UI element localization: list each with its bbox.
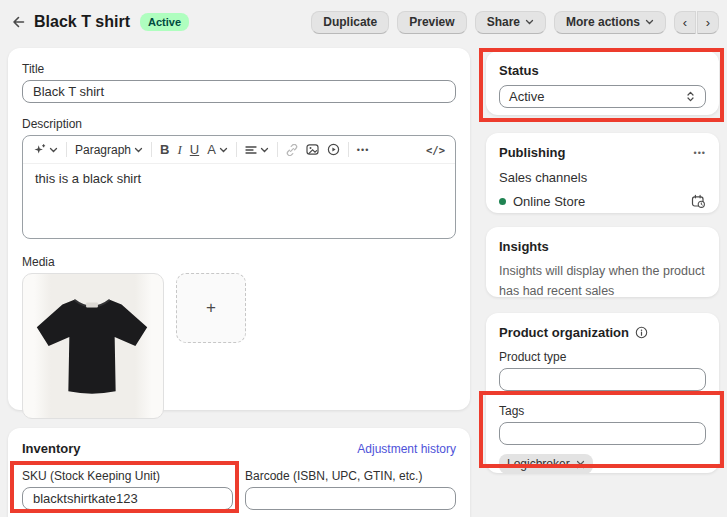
page-title: Black T shirt — [34, 13, 130, 31]
sales-channel-row: Online Store — [499, 194, 706, 209]
chevron-down-icon — [134, 147, 143, 153]
remove-tag-button[interactable] — [576, 460, 585, 469]
editor-toolbar: Paragraph B I U A — [23, 136, 455, 164]
tags-input[interactable] — [499, 422, 706, 445]
status-card: Status Active — [486, 51, 719, 115]
align-left-icon — [245, 144, 257, 156]
more-actions-button[interactable]: More actions — [554, 11, 666, 34]
organization-header: Product organization — [499, 325, 706, 340]
publishing-menu-button[interactable]: ••• — [694, 148, 706, 158]
tags-label: Tags — [499, 404, 706, 418]
paragraph-style-dropdown[interactable]: Paragraph — [75, 143, 143, 157]
magic-ai-button[interactable] — [33, 143, 58, 156]
next-product-button[interactable]: › — [697, 11, 719, 34]
sku-input[interactable] — [22, 487, 233, 510]
toolbar-divider — [277, 142, 278, 157]
barcode-field-label: Barcode (ISBN, UPC, GTIN, etc.) — [245, 469, 456, 483]
channel-active-dot — [499, 198, 506, 205]
product-details-card: Title Description Paragraph B I U A — [8, 48, 470, 410]
add-media-button[interactable]: + — [176, 273, 246, 343]
arrow-left-icon — [10, 14, 26, 30]
insert-image-button[interactable] — [306, 143, 319, 156]
chevron-down-icon — [645, 19, 654, 25]
sku-field-label: SKU (Stock Keeping Unit) — [22, 469, 233, 483]
underline-button[interactable]: U — [190, 142, 199, 157]
barcode-input[interactable] — [245, 487, 456, 510]
media-field-label: Media — [22, 255, 456, 269]
toolbar-divider — [348, 142, 349, 157]
organization-heading: Product organization — [499, 325, 629, 340]
rich-text-editor: Paragraph B I U A — [22, 135, 456, 239]
previous-product-button[interactable]: ‹ — [674, 11, 696, 34]
sku-field-group: SKU (Stock Keeping Unit) — [22, 469, 233, 510]
product-type-input[interactable] — [499, 368, 706, 391]
chevron-down-icon — [260, 147, 269, 153]
toolbar-divider — [66, 142, 67, 157]
share-button[interactable]: Share — [475, 11, 546, 34]
duplicate-button[interactable]: Duplicate — [311, 11, 389, 34]
status-selected-value: Active — [509, 89, 544, 104]
header-actions: Duplicate Preview Share More actions ‹ › — [311, 11, 719, 34]
toolbar-divider — [151, 142, 152, 157]
channel-name: Online Store — [513, 194, 585, 209]
insert-link-button[interactable] — [286, 144, 298, 156]
preview-button[interactable]: Preview — [397, 11, 466, 34]
description-textarea[interactable]: this is a black shirt — [23, 164, 455, 238]
tag-pill-label: Logicbroker — [507, 457, 570, 471]
black-tshirt-image — [23, 274, 163, 416]
title-field-label: Title — [22, 62, 456, 76]
publishing-card: Publishing ••• Sales channels Online Sto… — [486, 133, 719, 213]
tag-pill-logicbroker: Logicbroker — [499, 454, 593, 474]
insert-video-button[interactable] — [327, 143, 340, 156]
sparkle-icon — [33, 143, 46, 156]
insights-body-text: Insights will display when the product h… — [499, 261, 706, 301]
image-icon — [306, 143, 319, 156]
media-gallery: + — [22, 273, 456, 419]
info-icon[interactable] — [635, 326, 648, 339]
sales-channels-label: Sales channels — [499, 170, 706, 185]
chevron-down-icon — [219, 147, 228, 153]
title-input[interactable] — [22, 80, 456, 103]
insights-heading: Insights — [499, 239, 706, 254]
link-icon — [286, 144, 298, 156]
show-html-button[interactable]: </> — [426, 144, 445, 156]
product-image-thumbnail[interactable] — [22, 273, 164, 419]
schedule-calendar-clock-icon[interactable] — [691, 194, 706, 209]
plus-icon: + — [206, 298, 216, 318]
alignment-button[interactable] — [245, 144, 269, 156]
italic-button[interactable]: I — [177, 142, 181, 158]
bold-button[interactable]: B — [160, 142, 169, 157]
play-circle-icon — [327, 143, 340, 156]
status-heading: Status — [499, 63, 706, 78]
chevron-down-icon — [525, 19, 534, 25]
product-organization-card: Product organization Product type Tags L… — [486, 313, 719, 473]
product-type-label: Product type — [499, 350, 706, 364]
product-pager: ‹ › — [674, 11, 719, 34]
toolbar-divider — [236, 142, 237, 157]
page-header: Black T shirt Active Duplicate Preview S… — [8, 8, 719, 36]
adjustment-history-link[interactable]: Adjustment history — [357, 442, 456, 456]
description-field-label: Description — [22, 117, 456, 131]
publishing-heading: Publishing — [499, 145, 565, 160]
inventory-heading: Inventory — [22, 441, 81, 456]
toolbar-more-button[interactable]: ••• — [357, 145, 369, 155]
barcode-field-group: Barcode (ISBN, UPC, GTIN, etc.) — [245, 469, 456, 510]
select-updown-icon — [685, 90, 696, 103]
back-button[interactable] — [8, 12, 28, 32]
inventory-fields: SKU (Stock Keeping Unit) Barcode (ISBN, … — [22, 469, 456, 510]
chevron-down-icon — [49, 147, 58, 153]
product-detail-page: Black T shirt Active Duplicate Preview S… — [0, 0, 727, 517]
status-select[interactable]: Active — [499, 85, 706, 108]
insights-card: Insights Insights will display when the … — [486, 227, 719, 297]
publishing-header: Publishing ••• — [499, 145, 706, 160]
text-color-button[interactable]: A — [207, 142, 228, 157]
inventory-header: Inventory Adjustment history — [22, 441, 456, 456]
status-badge: Active — [140, 13, 189, 31]
inventory-card: Inventory Adjustment history SKU (Stock … — [8, 428, 470, 517]
